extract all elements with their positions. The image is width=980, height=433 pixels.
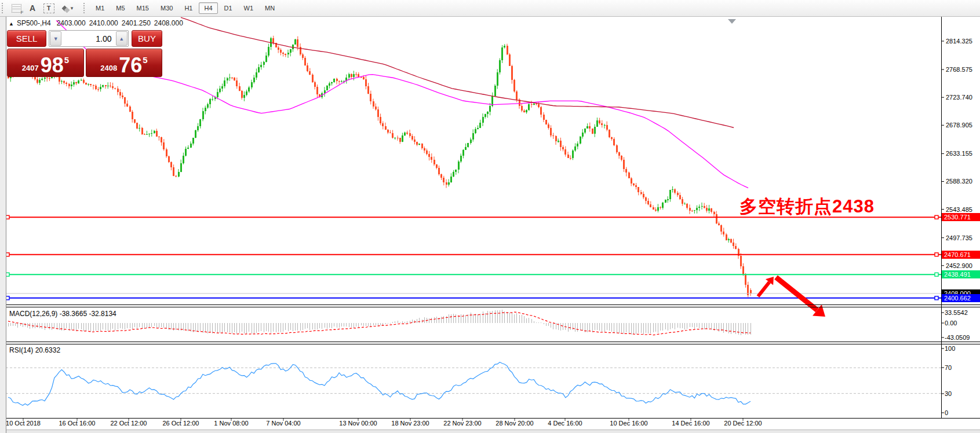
price-tick-label: 2497.735	[946, 234, 972, 241]
close-value: 2408.000	[154, 19, 183, 27]
price-tick-label: 2814.325	[946, 38, 972, 45]
rsi-scale-label: 30	[945, 390, 952, 397]
low-value: 2401.250	[122, 19, 151, 27]
level-price-badge: 2470.671	[942, 251, 980, 259]
price-tick-label: 2633.155	[946, 150, 972, 157]
time-tick-label: 1 Nov 08:00	[214, 420, 248, 427]
rsi-scale-label: 0	[945, 409, 948, 416]
high-value: 2410.000	[89, 19, 118, 27]
time-tick-label: 26 Oct 12:00	[163, 420, 199, 427]
rsi-scale-label: 100	[945, 345, 955, 352]
text-label-icon[interactable]: T	[41, 1, 56, 15]
data-window-icon[interactable]: F	[9, 1, 24, 15]
insert-text-icon[interactable]: A	[25, 1, 40, 15]
time-tick-label: 16 Oct 16:00	[59, 420, 96, 427]
volume-increase-button[interactable]: ▲	[116, 31, 127, 46]
grid-icon: F	[12, 4, 21, 13]
timeframe-group: M1M5M15M30H1H4D1W1MN	[90, 2, 280, 14]
toolbar: F A T ▾ M1M5M15M30H1H4D1W1MN	[0, 0, 980, 17]
level-price-badge: 2530.771	[942, 213, 980, 221]
tf-button-h1[interactable]: H1	[179, 2, 198, 14]
sell-price-box[interactable]: 2407 98 5	[7, 49, 84, 77]
tf-button-d1[interactable]: D1	[219, 2, 238, 14]
chart-header: ▲SP500-,H42403.0002410.0002401.2502408.0…	[9, 19, 187, 27]
tf-button-m15[interactable]: M15	[132, 2, 154, 14]
trading-app-window: F A T ▾ M1M5M15M30H1H4D1W1MN ▲SP500-,H42…	[0, 0, 980, 433]
time-tick-label: 22 Oct 12:00	[111, 420, 147, 427]
buy-button[interactable]: BUY	[132, 30, 162, 47]
annotation-text[interactable]: 多空转折点2438	[739, 195, 875, 219]
macd-scale-label: -43.0509	[945, 334, 970, 341]
toolbar-grip[interactable]	[83, 3, 88, 13]
price-tick-label: 2588.320	[946, 178, 972, 185]
level-price-badge: 2400.662	[942, 294, 980, 302]
price-tick-label: 2768.575	[946, 66, 972, 73]
volume-input[interactable]: 1.00	[62, 31, 115, 46]
time-tick-label: 10 Dec 16:00	[610, 420, 647, 427]
tf-button-mn[interactable]: MN	[260, 2, 280, 14]
tf-button-m1[interactable]: M1	[90, 2, 110, 14]
time-tick-label: 4 Dec 16:00	[548, 420, 582, 427]
time-tick-label: 13 Nov 00:00	[339, 420, 377, 427]
tf-button-m5[interactable]: M5	[111, 2, 130, 14]
macd-label: MACD(12,26,9) -38.3665 -32.8134	[9, 310, 116, 318]
rsi-scale-label: 70	[945, 364, 952, 371]
time-tick-label: 18 Nov 23:00	[391, 420, 429, 427]
time-tick-label: 7 Nov 04:00	[266, 420, 300, 427]
price-tick-label: 2452.900	[946, 262, 972, 269]
volume-spinner: ▼ 1.00 ▲	[49, 30, 129, 47]
time-tick-label: 20 Dec 12:00	[724, 420, 762, 427]
time-tick-label: 10 Oct 2018	[6, 420, 41, 427]
down-arrow-icon: ▼	[53, 36, 59, 42]
up-arrow-icon: ▲	[119, 36, 124, 42]
one-click-trading-panel: SELL ▼ 1.00 ▲ BUY 2407 98 5 2408 76 5	[7, 30, 161, 75]
tf-button-w1[interactable]: W1	[239, 2, 259, 14]
shapes-icon[interactable]: ▾	[57, 1, 78, 15]
price-tick-label: 2678.905	[946, 122, 972, 129]
price-tick-label: 2723.740	[946, 94, 972, 101]
time-tick-label: 28 Nov 20:00	[496, 420, 533, 427]
volume-decrease-button[interactable]: ▼	[50, 31, 61, 46]
time-tick-label: 22 Nov 23:00	[443, 420, 481, 427]
toolbar-grip[interactable]	[2, 3, 6, 13]
sell-button[interactable]: SELL	[7, 30, 46, 47]
macd-scale-label: 0.00	[945, 320, 957, 326]
window-left-strip	[0, 16, 6, 433]
tf-button-h4[interactable]: H4	[199, 2, 217, 14]
macd-scale-label: 33.5542	[945, 309, 968, 316]
collapse-arrow-icon[interactable]: ▲	[9, 21, 14, 27]
price-tick-label: 2543.485	[946, 206, 972, 213]
level-price-badge: 2438.491	[942, 270, 980, 278]
dropdown-caret-icon: ▾	[71, 5, 74, 11]
tf-button-m30[interactable]: M30	[155, 2, 178, 14]
symbol-label: SP500-,H4	[17, 19, 51, 27]
time-tick-label: 14 Dec 16:00	[672, 420, 709, 427]
open-value: 2403.000	[57, 19, 86, 27]
buy-price-box[interactable]: 2408 76 5	[86, 49, 162, 77]
rsi-label: RSI(14) 20.6332	[9, 346, 60, 354]
